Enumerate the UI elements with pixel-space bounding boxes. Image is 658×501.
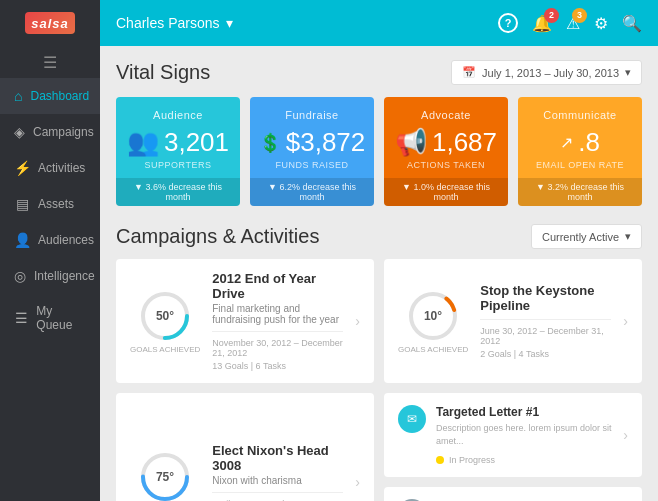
campaign-info-nixons-head: Elect Nixon's Head 3008 Nixon with chari…	[212, 443, 343, 501]
small-card-desc: Description goes here. lorem ipsum dolor…	[436, 422, 613, 447]
goals-achieved-label: GOALS ACHIEVED	[130, 345, 200, 354]
date-range-filter[interactable]: 📅 July 1, 2013 – July 30, 2013 ▾	[451, 60, 642, 85]
sidebar-item-assets[interactable]: ▤ Assets	[0, 186, 100, 222]
sidebar-item-label: Campaigns	[33, 125, 94, 139]
fundraise-footer: ▼ 6.2% decrease this month	[250, 178, 374, 206]
sidebar-item-campaigns[interactable]: ◈ Campaigns	[0, 114, 100, 150]
alerts-badge: 3	[572, 8, 587, 23]
communicate-icon: ↗	[560, 133, 573, 152]
svg-text:10°: 10°	[424, 308, 442, 322]
search-icon: 🔍	[622, 15, 642, 32]
notifications-button[interactable]: 🔔 2	[532, 14, 552, 33]
queue-icon: ☰	[14, 310, 28, 326]
status-dot-yellow	[436, 456, 444, 464]
campaign-date: June 30, 2012 – December 31, 2012	[480, 326, 611, 346]
activities-icon: ⚡	[14, 160, 30, 176]
campaign-info-keystone: Stop the Keystone Pipeline June 30, 2012…	[480, 283, 611, 359]
vital-card-communicate[interactable]: Communicate ↗ .8 EMAIL OPEN RATE ▼ 3.2% …	[518, 97, 642, 206]
vital-signs-title: Vital Signs	[116, 61, 210, 84]
audience-icon: 👥	[127, 127, 159, 158]
audiences-icon: 👤	[14, 232, 30, 248]
date-range-label: July 1, 2013 – July 30, 2013	[482, 67, 619, 79]
svg-text:75°: 75°	[156, 469, 174, 483]
chevron-right-icon: ›	[623, 427, 628, 443]
sidebar: salsa ☰ ⌂ Dashboard ◈ Campaigns ⚡ Activi…	[0, 0, 100, 501]
communicate-label: Communicate	[530, 109, 630, 121]
status-filter-label: Currently Active	[542, 231, 619, 243]
campaign-subtitle: Nixon with charisma	[212, 475, 343, 486]
advocate-value: 📢 1,687	[396, 127, 496, 158]
campaign-card-keystone[interactable]: 10° GOALS ACHIEVED Stop the Keystone Pip…	[384, 259, 642, 383]
status-row: In Progress	[436, 455, 613, 465]
alerts-button[interactable]: ⚠ 3	[566, 14, 580, 33]
campaign-card-donations-2013[interactable]: 📋 2013 Donations Description goes here. …	[384, 487, 642, 501]
campaigns-title: Campaigns & Activities	[116, 225, 319, 248]
campaign-card-targeted-letter[interactable]: ✉ Targeted Letter #1 Description goes he…	[384, 393, 642, 477]
search-button[interactable]: 🔍	[622, 14, 642, 33]
audience-label: Audience	[128, 109, 228, 121]
targeted-letter-info: Targeted Letter #1 Description goes here…	[436, 405, 613, 465]
content-area: Vital Signs 📅 July 1, 2013 – July 30, 20…	[100, 46, 658, 501]
advocate-label: Advocate	[396, 109, 496, 121]
vital-cards-grid: Audience 👥 3,201 SUPPORTERS ▼ 3.6% decre…	[116, 97, 642, 206]
campaign-grid: 50° GOALS ACHIEVED 2012 End of Year Driv…	[116, 259, 642, 383]
status-filter[interactable]: Currently Active ▾	[531, 224, 642, 249]
vital-card-fundraise[interactable]: Fundraise 💲 $3,872 FUNDS RAISED ▼ 6.2% d…	[250, 97, 374, 206]
sidebar-item-label: Intelligence	[34, 269, 95, 283]
communicate-value: ↗ .8	[530, 127, 630, 158]
campaigns-icon: ◈	[14, 124, 25, 140]
campaigns-header: Campaigns & Activities Currently Active …	[116, 224, 642, 249]
campaign-chart-left: 10° GOALS ACHIEVED	[398, 289, 468, 354]
sidebar-logo: salsa	[0, 0, 100, 46]
user-menu[interactable]: Charles Parsons ▾	[116, 15, 233, 31]
vital-card-audience[interactable]: Audience 👥 3,201 SUPPORTERS ▼ 3.6% decre…	[116, 97, 240, 206]
campaign-chart-left: 75° GOALS ACHIEVED	[130, 450, 200, 501]
sidebar-item-label: Audiences	[38, 233, 94, 247]
small-card-title: Targeted Letter #1	[436, 405, 613, 419]
sidebar-item-intelligence[interactable]: ◎ Intelligence	[0, 258, 100, 294]
status-label: In Progress	[449, 455, 495, 465]
campaign-title: 2012 End of Year Drive	[212, 271, 343, 301]
campaign-date: November 30, 2012 – December 21, 2012	[212, 338, 343, 358]
settings-button[interactable]: ⚙	[594, 14, 608, 33]
topbar: Charles Parsons ▾ ? 🔔 2 ⚠ 3 ⚙ 🔍	[100, 0, 658, 46]
campaign-info-end-of-year: 2012 End of Year Drive Final marketing a…	[212, 271, 343, 371]
chevron-down-icon: ▾	[625, 66, 631, 79]
help-button[interactable]: ?	[498, 13, 518, 33]
sidebar-item-myqueue[interactable]: ☰ My Queue	[0, 294, 100, 342]
chevron-right-icon: ›	[355, 313, 360, 329]
circle-chart-50: 50°	[138, 289, 192, 343]
chevron-right-icon: ›	[623, 313, 628, 329]
sidebar-item-label: My Queue	[36, 304, 86, 332]
goals-achieved-label: GOALS ACHIEVED	[398, 345, 468, 354]
fundraise-label: Fundraise	[262, 109, 362, 121]
topbar-icons: ? 🔔 2 ⚠ 3 ⚙ 🔍	[498, 13, 642, 33]
sidebar-item-activities[interactable]: ⚡ Activities	[0, 150, 100, 186]
sidebar-item-dashboard[interactable]: ⌂ Dashboard	[0, 78, 100, 114]
vital-card-advocate[interactable]: Advocate 📢 1,687 ACTIONS TAKEN ▼ 1.0% de…	[384, 97, 508, 206]
targeted-letter-icon: ✉	[398, 405, 426, 433]
fundraise-sublabel: FUNDS RAISED	[262, 160, 362, 170]
fundraise-icon: 💲	[259, 132, 281, 154]
campaign-subtitle: Final marketing and fundraising push for…	[212, 303, 343, 325]
communicate-sublabel: EMAIL OPEN RATE	[530, 160, 630, 170]
campaign-card-nixons-head[interactable]: 75° GOALS ACHIEVED Elect Nixon's Head 30…	[116, 393, 374, 501]
menu-toggle[interactable]: ☰	[0, 46, 100, 78]
campaign-chart-left: 50° GOALS ACHIEVED	[130, 289, 200, 354]
chevron-right-icon: ›	[355, 474, 360, 490]
svg-text:50°: 50°	[156, 308, 174, 322]
advocate-footer: ▼ 1.0% decrease this month	[384, 178, 508, 206]
small-cards-column: ✉ Targeted Letter #1 Description goes he…	[384, 393, 642, 501]
campaign-stats: 2 Goals | 4 Tasks	[480, 349, 611, 359]
advocate-icon: 📢	[395, 127, 427, 158]
campaign-card-end-of-year[interactable]: 50° GOALS ACHIEVED 2012 End of Year Driv…	[116, 259, 374, 383]
main-area: Charles Parsons ▾ ? 🔔 2 ⚠ 3 ⚙ 🔍 Vital Si	[100, 0, 658, 501]
campaign-bottom-grid: 75° GOALS ACHIEVED Elect Nixon's Head 30…	[116, 393, 642, 501]
campaign-stats: 13 Goals | 6 Tasks	[212, 361, 343, 371]
campaign-title: Stop the Keystone Pipeline	[480, 283, 611, 313]
communicate-footer: ▼ 3.2% decrease this month	[518, 178, 642, 206]
advocate-sublabel: ACTIONS TAKEN	[396, 160, 496, 170]
sidebar-item-audiences[interactable]: 👤 Audiences	[0, 222, 100, 258]
calendar-icon: 📅	[462, 66, 476, 79]
sidebar-item-label: Dashboard	[30, 89, 89, 103]
